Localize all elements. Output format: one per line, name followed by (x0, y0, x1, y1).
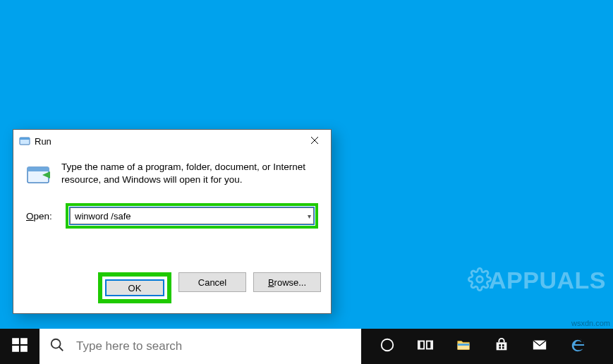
cortana-button[interactable] (368, 329, 406, 364)
cortana-icon (380, 337, 395, 356)
titlebar[interactable]: Run (13, 130, 331, 152)
open-input-highlight: ▾ (66, 203, 318, 229)
edge-button[interactable] (559, 329, 597, 364)
svg-rect-10 (12, 346, 19, 352)
brand-watermark: APPUALS (468, 267, 606, 297)
close-icon (310, 135, 319, 147)
close-button[interactable] (298, 130, 331, 152)
svg-point-12 (51, 339, 61, 348)
ok-button-highlight: OK (98, 272, 171, 303)
mail-icon (532, 337, 547, 356)
svg-rect-8 (12, 338, 19, 344)
run-dialog: Run Type the name of a program, folder (13, 129, 332, 314)
gear-icon (468, 267, 492, 297)
instruction-text: Type the name of a program, folder, docu… (61, 161, 318, 188)
open-input[interactable] (70, 207, 314, 224)
cancel-button[interactable]: Cancel (178, 272, 246, 292)
svg-rect-2 (20, 138, 30, 140)
start-button[interactable] (0, 329, 40, 364)
svg-point-0 (477, 277, 483, 283)
dialog-title: Run (35, 136, 51, 147)
svg-rect-22 (502, 344, 504, 346)
run-title-icon (19, 135, 30, 147)
open-label: Open: (26, 211, 59, 222)
svg-rect-9 (20, 338, 28, 344)
svg-rect-6 (28, 167, 49, 171)
taskbar (0, 329, 613, 364)
taskbar-search[interactable] (40, 329, 361, 364)
task-view-icon (418, 337, 433, 356)
svg-rect-24 (502, 347, 504, 349)
desktop: APPUALS wsxdn.com Run (0, 0, 613, 364)
store-icon (494, 337, 509, 356)
browse-button[interactable]: Browse... (253, 272, 321, 292)
file-explorer-icon (456, 337, 471, 356)
ok-button[interactable]: OK (105, 279, 164, 296)
svg-rect-15 (420, 341, 424, 349)
search-icon (49, 337, 65, 356)
edge-icon (570, 337, 585, 356)
run-dialog-icon (26, 162, 51, 188)
task-view-button[interactable] (406, 329, 444, 364)
svg-rect-16 (427, 341, 431, 349)
mail-button[interactable] (521, 329, 559, 364)
svg-line-13 (59, 346, 63, 351)
file-explorer-button[interactable] (444, 329, 482, 364)
svg-rect-21 (499, 344, 501, 346)
svg-rect-23 (499, 347, 501, 349)
search-input[interactable] (75, 339, 351, 354)
svg-point-14 (382, 339, 394, 351)
site-watermark: wsxdn.com (571, 319, 610, 327)
taskbar-icons (361, 329, 613, 364)
windows-logo-icon (11, 336, 29, 357)
svg-rect-20 (458, 344, 470, 346)
store-button[interactable] (482, 329, 521, 364)
svg-rect-11 (20, 346, 28, 352)
